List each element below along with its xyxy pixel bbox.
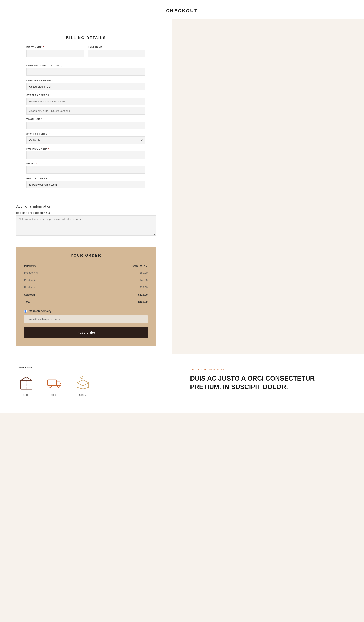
- subtotal-row: Subtotal $128.00: [24, 291, 148, 298]
- state-group: State / County * California New York Tex…: [26, 133, 146, 144]
- place-order-button[interactable]: Place order: [24, 327, 148, 338]
- step-1-label: step 1: [23, 393, 30, 396]
- col-subtotal: Subtotal: [83, 263, 148, 269]
- step-3-label: step 3: [79, 393, 86, 396]
- order-table-header: Product Subtotal: [24, 263, 148, 269]
- subtotal-value: $128.00: [83, 291, 148, 298]
- company-group: Company Name (Optional): [26, 65, 146, 76]
- country-group: Country / Region * United States (US) Un…: [26, 79, 146, 91]
- phone-group: Phone *: [26, 162, 146, 174]
- col-product: Product: [24, 263, 83, 269]
- company-input[interactable]: [26, 68, 146, 76]
- last-name-label: Last Name *: [88, 46, 146, 48]
- page-wrapper: Checkout Billing Details First Name *: [0, 0, 364, 412]
- shipping-tagline: Quisque sed fermentum mi.: [190, 368, 346, 371]
- shipping-left: Shipping step 1: [18, 366, 174, 396]
- shipping-label: Shipping: [18, 366, 174, 369]
- first-name-group: First Name *: [26, 46, 84, 57]
- postcode-input[interactable]: [26, 151, 146, 159]
- item-3-price: $33.00: [83, 284, 148, 291]
- subtotal-label: Subtotal: [24, 291, 83, 298]
- first-name-label: First Name *: [26, 46, 84, 48]
- country-select[interactable]: United States (US) United Kingdom Canada: [26, 83, 146, 91]
- order-table: Product Subtotal Product × 5 $50.00 Prod…: [24, 263, 148, 305]
- postcode-group: Postcode / Zip *: [26, 148, 146, 159]
- list-item: step 3: [75, 375, 91, 396]
- payment-option-label: Cash on delivery: [29, 310, 51, 313]
- list-item: step 2: [47, 375, 63, 396]
- last-name-input[interactable]: [88, 50, 146, 57]
- shipping-headline: Duis ac justo a orci consectetur pretium…: [190, 374, 346, 391]
- truck-icon: [47, 375, 63, 391]
- billing-section-title: Billing Details: [26, 36, 146, 40]
- page-title: Checkout: [0, 8, 364, 13]
- additional-title: Additional information: [16, 204, 156, 209]
- shipping-right: Quisque sed fermentum mi. Duis ac justo …: [190, 366, 346, 391]
- email-group: Email Address *: [26, 177, 146, 188]
- item-2-name: Product × 1: [24, 276, 83, 284]
- form-wrapper: Billing Details First Name * Last Name *: [0, 19, 172, 354]
- table-row: Product × 1 $45.00: [24, 276, 148, 284]
- town-group: Town / City *: [26, 118, 146, 129]
- additional-section: Additional information Order Notes (Opti…: [16, 200, 156, 243]
- page-header: Checkout: [0, 0, 364, 19]
- step-2-label: step 2: [51, 393, 58, 396]
- order-title: Your Order: [24, 253, 148, 258]
- name-row: First Name * Last Name *: [26, 46, 146, 61]
- payment-option: Cash on delivery: [24, 310, 148, 313]
- total-row: Total $128.00: [24, 298, 148, 306]
- notes-label: Order Notes (Optional): [16, 212, 156, 214]
- table-row: Product × 5 $50.00: [24, 269, 148, 276]
- last-name-group: Last Name *: [88, 46, 146, 57]
- email-input[interactable]: [26, 181, 146, 188]
- svg-rect-1: [48, 380, 57, 385]
- item-3-name: Product × 1: [24, 284, 83, 291]
- company-label: Company Name (Optional): [26, 65, 146, 67]
- right-sidebar: [172, 19, 364, 354]
- country-label: Country / Region *: [26, 79, 146, 81]
- order-section: Your Order Product Subtotal Product × 5 …: [16, 247, 156, 346]
- phone-label: Phone *: [26, 162, 146, 165]
- postcode-label: Postcode / Zip *: [26, 148, 146, 150]
- billing-card: Billing Details First Name * Last Name *: [16, 28, 156, 200]
- street-input-2[interactable]: [26, 107, 146, 115]
- state-select[interactable]: California New York Texas: [26, 136, 146, 144]
- cash-on-delivery-radio[interactable]: [24, 310, 27, 312]
- town-label: Town / City *: [26, 118, 146, 120]
- item-1-price: $50.00: [83, 269, 148, 276]
- email-label: Email Address *: [26, 177, 146, 179]
- openbox-icon: [75, 375, 91, 391]
- table-row: Product × 1 $33.00: [24, 284, 148, 291]
- street-label: Street Address *: [26, 94, 146, 96]
- shipping-section: Shipping step 1: [0, 354, 364, 412]
- box-icon: [18, 375, 34, 391]
- first-name-input[interactable]: [26, 50, 84, 57]
- notes-group: Order Notes (Optional): [16, 212, 156, 236]
- item-2-price: $45.00: [83, 276, 148, 284]
- phone-input[interactable]: [26, 166, 146, 174]
- top-half: Billing Details First Name * Last Name *: [0, 19, 364, 354]
- list-item: step 1: [18, 375, 34, 396]
- notes-textarea[interactable]: [16, 215, 156, 236]
- total-label: Total: [24, 298, 83, 306]
- street-group: Street Address *: [26, 94, 146, 115]
- item-1-name: Product × 5: [24, 269, 83, 276]
- shipping-steps: step 1 step 2: [18, 375, 174, 396]
- town-input[interactable]: [26, 122, 146, 129]
- total-value: $128.00: [83, 298, 148, 306]
- street-input-1[interactable]: [26, 97, 146, 105]
- state-label: State / County *: [26, 133, 146, 135]
- payment-section: Cash on delivery Pay with cash upon deli…: [24, 310, 148, 338]
- payment-info: Pay with cash upon delivery.: [24, 315, 148, 323]
